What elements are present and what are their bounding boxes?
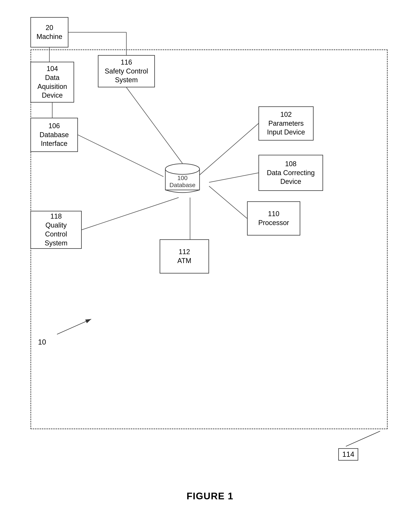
system-num: 10: [38, 338, 46, 346]
database-node: 100 Database: [164, 161, 202, 196]
proc-num: 110: [268, 210, 279, 218]
params-label: ParametersInput Device: [267, 119, 305, 137]
svg-text:Database: Database: [170, 182, 195, 188]
svg-line-12: [346, 431, 380, 446]
atm-num: 112: [179, 248, 190, 256]
safety-label: Safety ControlSystem: [105, 67, 148, 85]
quality-control-node: 118 Quality ControlSystem: [30, 211, 82, 249]
data-acq-label: DataAquisitionDevice: [38, 73, 67, 100]
machine-node: 20 Machine: [30, 17, 68, 47]
params-num: 102: [280, 110, 292, 119]
boundary-ref-114: 114: [338, 448, 358, 461]
system-boundary: [30, 49, 388, 429]
data-corr-num: 108: [285, 160, 296, 169]
machine-label: Machine: [37, 32, 62, 41]
caption-text: FIGURE 1: [187, 491, 233, 501]
safety-control-node: 116 Safety ControlSystem: [98, 55, 155, 87]
data-acq-num: 104: [46, 64, 58, 73]
database-interface-node: 106 DatabaseInterface: [30, 118, 78, 152]
qc-label: Quality ControlSystem: [34, 221, 78, 248]
data-correcting-node: 108 Data CorrectingDevice: [258, 155, 323, 191]
db-iface-label: DatabaseInterface: [39, 131, 69, 148]
label-114-text: 114: [342, 450, 354, 458]
data-corr-label: Data CorrectingDevice: [267, 169, 315, 186]
atm-node: 112 ATM: [160, 239, 209, 273]
data-acquisition-node: 104 DataAquisitionDevice: [30, 62, 74, 103]
database-cylinder-svg: 100 Database: [164, 161, 202, 196]
safety-num: 116: [121, 58, 132, 67]
processor-node: 110 Processor: [247, 201, 300, 235]
svg-point-15: [165, 164, 200, 174]
machine-num: 20: [46, 23, 53, 32]
svg-text:100: 100: [177, 175, 188, 181]
db-iface-num: 106: [48, 122, 60, 131]
system-label-10: 10: [38, 338, 46, 346]
proc-label: Processor: [258, 218, 289, 227]
qc-num: 118: [50, 212, 62, 221]
page: 20 Machine 116 Safety ControlSystem 104 …: [0, 0, 420, 513]
parameters-input-node: 102 ParametersInput Device: [258, 106, 314, 140]
atm-label: ATM: [177, 256, 191, 265]
diagram: 20 Machine 116 Safety ControlSystem 104 …: [19, 11, 401, 467]
figure-caption: FIGURE 1: [187, 491, 233, 502]
